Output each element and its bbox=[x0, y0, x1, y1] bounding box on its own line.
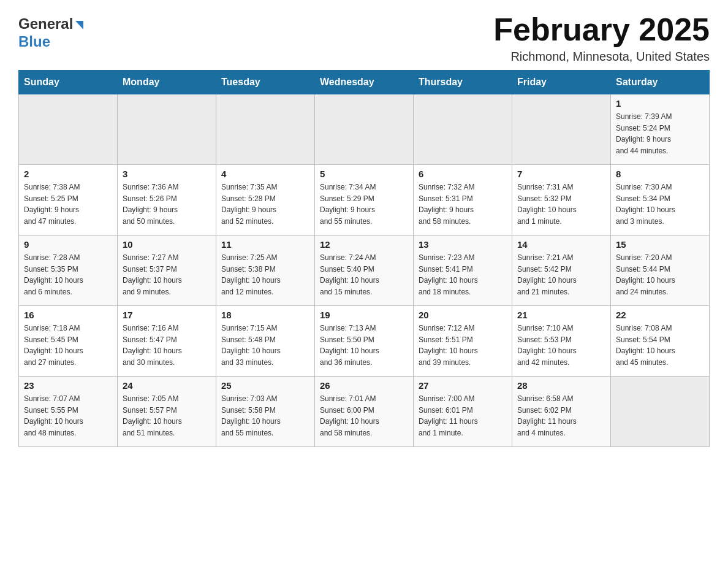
day-number: 4 bbox=[221, 169, 309, 179]
table-row: 18Sunrise: 7:15 AM Sunset: 5:48 PM Dayli… bbox=[216, 306, 315, 377]
month-title: February 2025 bbox=[493, 12, 710, 47]
table-row bbox=[414, 94, 512, 165]
day-info: Sunrise: 7:13 AM Sunset: 5:50 PM Dayligh… bbox=[320, 323, 408, 368]
table-row: 23Sunrise: 7:07 AM Sunset: 5:55 PM Dayli… bbox=[19, 377, 118, 447]
logo-general-text: General bbox=[18, 15, 83, 33]
day-info: Sunrise: 7:12 AM Sunset: 5:51 PM Dayligh… bbox=[419, 323, 507, 368]
day-info: Sunrise: 7:05 AM Sunset: 5:57 PM Dayligh… bbox=[123, 393, 211, 439]
table-row bbox=[611, 377, 710, 447]
table-row: 26Sunrise: 7:01 AM Sunset: 6:00 PM Dayli… bbox=[315, 377, 414, 447]
table-row: 11Sunrise: 7:25 AM Sunset: 5:38 PM Dayli… bbox=[216, 236, 315, 306]
table-row bbox=[118, 94, 216, 165]
calendar-week-row: 2Sunrise: 7:38 AM Sunset: 5:25 PM Daylig… bbox=[19, 165, 710, 236]
day-info: Sunrise: 7:00 AM Sunset: 6:01 PM Dayligh… bbox=[419, 393, 507, 439]
day-number: 13 bbox=[419, 239, 507, 250]
day-number: 17 bbox=[123, 310, 211, 320]
header-saturday: Saturday bbox=[611, 71, 710, 94]
day-number: 2 bbox=[24, 169, 112, 179]
day-number: 21 bbox=[517, 310, 605, 320]
table-row bbox=[512, 94, 611, 165]
day-info: Sunrise: 7:15 AM Sunset: 5:48 PM Dayligh… bbox=[221, 323, 309, 368]
table-row: 10Sunrise: 7:27 AM Sunset: 5:37 PM Dayli… bbox=[118, 236, 216, 306]
calendar-week-row: 16Sunrise: 7:18 AM Sunset: 5:45 PM Dayli… bbox=[19, 306, 710, 377]
day-number: 25 bbox=[221, 380, 309, 391]
day-number: 18 bbox=[221, 310, 309, 320]
table-row: 7Sunrise: 7:31 AM Sunset: 5:32 PM Daylig… bbox=[512, 165, 611, 236]
day-number: 12 bbox=[320, 239, 408, 250]
day-info: Sunrise: 7:32 AM Sunset: 5:31 PM Dayligh… bbox=[419, 182, 507, 227]
table-row: 27Sunrise: 7:00 AM Sunset: 6:01 PM Dayli… bbox=[414, 377, 512, 447]
day-info: Sunrise: 7:03 AM Sunset: 5:58 PM Dayligh… bbox=[221, 393, 309, 439]
table-row: 12Sunrise: 7:24 AM Sunset: 5:40 PM Dayli… bbox=[315, 236, 414, 306]
day-number: 16 bbox=[24, 310, 112, 320]
day-number: 5 bbox=[320, 169, 408, 179]
table-row bbox=[19, 94, 118, 165]
day-info: Sunrise: 7:38 AM Sunset: 5:25 PM Dayligh… bbox=[24, 182, 112, 227]
table-row: 2Sunrise: 7:38 AM Sunset: 5:25 PM Daylig… bbox=[19, 165, 118, 236]
day-info: Sunrise: 6:58 AM Sunset: 6:02 PM Dayligh… bbox=[517, 393, 605, 439]
table-row: 8Sunrise: 7:30 AM Sunset: 5:34 PM Daylig… bbox=[611, 165, 710, 236]
table-row: 16Sunrise: 7:18 AM Sunset: 5:45 PM Dayli… bbox=[19, 306, 118, 377]
day-number: 6 bbox=[419, 169, 507, 179]
day-info: Sunrise: 7:24 AM Sunset: 5:40 PM Dayligh… bbox=[320, 252, 408, 297]
header-thursday: Thursday bbox=[414, 71, 512, 94]
day-number: 28 bbox=[517, 380, 605, 391]
day-number: 10 bbox=[123, 239, 211, 250]
day-info: Sunrise: 7:25 AM Sunset: 5:38 PM Dayligh… bbox=[221, 252, 309, 297]
day-info: Sunrise: 7:07 AM Sunset: 5:55 PM Dayligh… bbox=[24, 393, 112, 439]
table-row: 28Sunrise: 6:58 AM Sunset: 6:02 PM Dayli… bbox=[512, 377, 611, 447]
table-row: 22Sunrise: 7:08 AM Sunset: 5:54 PM Dayli… bbox=[611, 306, 710, 377]
table-row: 4Sunrise: 7:35 AM Sunset: 5:28 PM Daylig… bbox=[216, 165, 315, 236]
day-number: 1 bbox=[616, 98, 704, 109]
header-sunday: Sunday bbox=[19, 71, 118, 94]
day-number: 26 bbox=[320, 380, 408, 391]
table-row bbox=[216, 94, 315, 165]
day-info: Sunrise: 7:08 AM Sunset: 5:54 PM Dayligh… bbox=[616, 323, 704, 368]
day-info: Sunrise: 7:28 AM Sunset: 5:35 PM Dayligh… bbox=[24, 252, 112, 297]
table-row: 6Sunrise: 7:32 AM Sunset: 5:31 PM Daylig… bbox=[414, 165, 512, 236]
calendar-header-row: Sunday Monday Tuesday Wednesday Thursday… bbox=[19, 71, 710, 94]
table-row: 13Sunrise: 7:23 AM Sunset: 5:41 PM Dayli… bbox=[414, 236, 512, 306]
day-info: Sunrise: 7:23 AM Sunset: 5:41 PM Dayligh… bbox=[419, 252, 507, 297]
calendar-week-row: 23Sunrise: 7:07 AM Sunset: 5:55 PM Dayli… bbox=[19, 377, 710, 447]
table-row: 14Sunrise: 7:21 AM Sunset: 5:42 PM Dayli… bbox=[512, 236, 611, 306]
day-info: Sunrise: 7:35 AM Sunset: 5:28 PM Dayligh… bbox=[221, 182, 309, 227]
day-info: Sunrise: 7:27 AM Sunset: 5:37 PM Dayligh… bbox=[123, 252, 211, 297]
day-number: 24 bbox=[123, 380, 211, 391]
header-monday: Monday bbox=[118, 71, 216, 94]
table-row: 24Sunrise: 7:05 AM Sunset: 5:57 PM Dayli… bbox=[118, 377, 216, 447]
table-row: 5Sunrise: 7:34 AM Sunset: 5:29 PM Daylig… bbox=[315, 165, 414, 236]
table-row: 17Sunrise: 7:16 AM Sunset: 5:47 PM Dayli… bbox=[118, 306, 216, 377]
day-info: Sunrise: 7:36 AM Sunset: 5:26 PM Dayligh… bbox=[123, 182, 211, 227]
header-wednesday: Wednesday bbox=[315, 71, 414, 94]
day-info: Sunrise: 7:01 AM Sunset: 6:00 PM Dayligh… bbox=[320, 393, 408, 439]
table-row: 20Sunrise: 7:12 AM Sunset: 5:51 PM Dayli… bbox=[414, 306, 512, 377]
header-friday: Friday bbox=[512, 71, 611, 94]
day-info: Sunrise: 7:31 AM Sunset: 5:32 PM Dayligh… bbox=[517, 182, 605, 227]
table-row: 19Sunrise: 7:13 AM Sunset: 5:50 PM Dayli… bbox=[315, 306, 414, 377]
day-number: 15 bbox=[616, 239, 704, 250]
calendar-table: Sunday Monday Tuesday Wednesday Thursday… bbox=[18, 70, 710, 447]
logo: General Blue bbox=[18, 12, 83, 51]
day-number: 3 bbox=[123, 169, 211, 179]
table-row: 25Sunrise: 7:03 AM Sunset: 5:58 PM Dayli… bbox=[216, 377, 315, 447]
location-text: Richmond, Minnesota, United States bbox=[493, 50, 710, 64]
table-row: 3Sunrise: 7:36 AM Sunset: 5:26 PM Daylig… bbox=[118, 165, 216, 236]
table-row: 9Sunrise: 7:28 AM Sunset: 5:35 PM Daylig… bbox=[19, 236, 118, 306]
header-tuesday: Tuesday bbox=[216, 71, 315, 94]
day-info: Sunrise: 7:39 AM Sunset: 5:24 PM Dayligh… bbox=[616, 111, 704, 156]
calendar-week-row: 1Sunrise: 7:39 AM Sunset: 5:24 PM Daylig… bbox=[19, 94, 710, 165]
table-row: 1Sunrise: 7:39 AM Sunset: 5:24 PM Daylig… bbox=[611, 94, 710, 165]
day-number: 11 bbox=[221, 239, 309, 250]
day-number: 9 bbox=[24, 239, 112, 250]
day-info: Sunrise: 7:34 AM Sunset: 5:29 PM Dayligh… bbox=[320, 182, 408, 227]
table-row: 15Sunrise: 7:20 AM Sunset: 5:44 PM Dayli… bbox=[611, 236, 710, 306]
day-number: 8 bbox=[616, 169, 704, 179]
day-info: Sunrise: 7:10 AM Sunset: 5:53 PM Dayligh… bbox=[517, 323, 605, 368]
day-info: Sunrise: 7:16 AM Sunset: 5:47 PM Dayligh… bbox=[123, 323, 211, 368]
day-number: 27 bbox=[419, 380, 507, 391]
title-block: February 2025 Richmond, Minnesota, Unite… bbox=[493, 12, 710, 64]
day-info: Sunrise: 7:18 AM Sunset: 5:45 PM Dayligh… bbox=[24, 323, 112, 368]
day-info: Sunrise: 7:21 AM Sunset: 5:42 PM Dayligh… bbox=[517, 252, 605, 297]
page-header: General Blue February 2025 Richmond, Min… bbox=[18, 12, 710, 64]
